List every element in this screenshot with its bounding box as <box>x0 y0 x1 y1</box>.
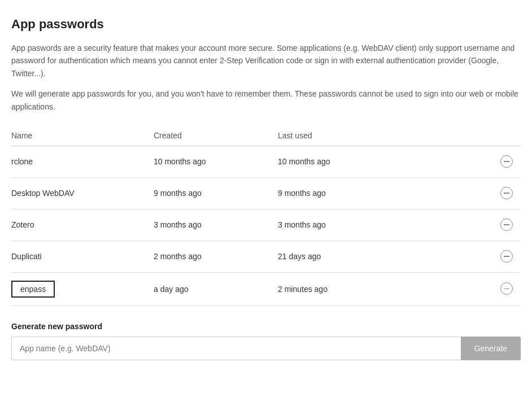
cell-last-used: 10 months ago <box>271 146 492 177</box>
table-body: rclone10 months ago10 months agoDesktop … <box>11 146 521 305</box>
column-header-actions <box>492 126 521 146</box>
generate-label: Generate new password <box>11 322 521 331</box>
delete-button[interactable] <box>499 154 514 169</box>
table-row: enpassa day ago2 minutes ago <box>11 272 521 305</box>
cell-last-used: 2 minutes ago <box>271 272 492 305</box>
cell-name: Desktop WebDAV <box>11 177 147 209</box>
table-row: Duplicati2 months ago21 days ago <box>11 241 521 272</box>
cell-last-used: 21 days ago <box>271 241 492 272</box>
app-name-input[interactable] <box>11 337 461 360</box>
minus-circle-icon <box>500 187 513 199</box>
delete-button[interactable] <box>499 281 514 296</box>
column-header-name: Name <box>11 126 147 146</box>
delete-button[interactable] <box>499 217 514 232</box>
table-row: Zotero3 months ago3 months ago <box>11 209 521 241</box>
description-section: App paswords are a security feature that… <box>11 42 521 113</box>
minus-circle-icon <box>500 250 513 263</box>
cell-created: 3 months ago <box>147 209 271 241</box>
cell-delete <box>492 241 521 272</box>
column-header-created: Created <box>147 126 271 146</box>
cell-delete <box>492 209 521 241</box>
app-name-highlighted: enpass <box>11 281 55 298</box>
cell-created: 10 months ago <box>147 146 271 177</box>
cell-delete <box>492 146 521 177</box>
cell-delete <box>492 272 521 305</box>
app-name: Zotero <box>11 220 34 229</box>
app-name: Duplicati <box>11 252 42 261</box>
cell-created: a day ago <box>147 272 271 305</box>
generate-form: Generate <box>11 337 521 360</box>
cell-last-used: 9 months ago <box>271 177 492 209</box>
table-header: Name Created Last used <box>11 126 521 146</box>
cell-name: Duplicati <box>11 241 147 272</box>
delete-button[interactable] <box>499 186 514 200</box>
cell-name: Zotero <box>11 209 147 241</box>
description-paragraph-1: App paswords are a security feature that… <box>11 42 521 80</box>
minus-circle-icon <box>500 155 513 168</box>
minus-circle-icon <box>500 219 513 231</box>
minus-circle-icon <box>500 282 513 295</box>
cell-name: rclone <box>11 146 147 177</box>
app-passwords-table-container: Name Created Last used rclone10 months a… <box>11 126 521 306</box>
generate-password-section: Generate new password Generate <box>11 322 521 360</box>
page-title: App passwords <box>11 17 521 32</box>
cell-last-used: 3 months ago <box>271 209 492 241</box>
table-row: Desktop WebDAV9 months ago9 months ago <box>11 177 521 209</box>
cell-created: 2 months ago <box>147 241 271 272</box>
cell-name: enpass <box>11 272 147 305</box>
generate-button[interactable]: Generate <box>461 337 521 360</box>
cell-created: 9 months ago <box>147 177 271 209</box>
delete-button[interactable] <box>499 249 514 264</box>
cell-delete <box>492 177 521 209</box>
app-name: rclone <box>11 157 33 166</box>
app-passwords-table: Name Created Last used rclone10 months a… <box>11 126 521 306</box>
table-row: rclone10 months ago10 months ago <box>11 146 521 177</box>
app-name: Desktop WebDAV <box>11 189 75 198</box>
column-header-last-used: Last used <box>271 126 492 146</box>
description-paragraph-2: We will generate app passwords for you, … <box>11 88 521 113</box>
